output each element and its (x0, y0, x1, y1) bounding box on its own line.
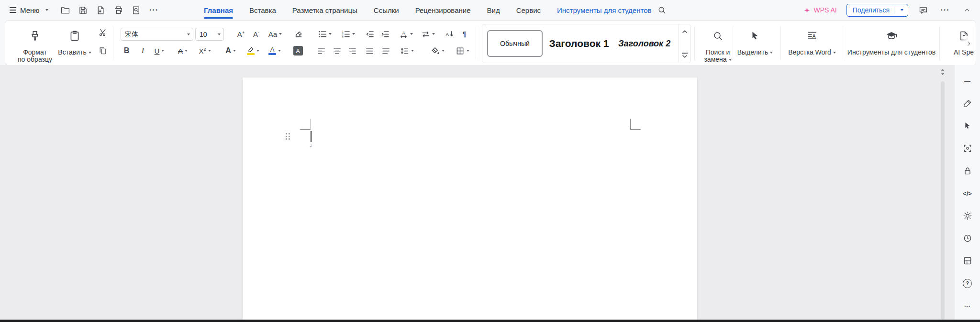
superscript-button[interactable]: X2 (196, 44, 214, 57)
gallery-more-icon (682, 53, 688, 54)
sparkle-icon (803, 7, 811, 14)
svg-text:A: A (402, 30, 405, 35)
tab-page-layout[interactable]: Разметка страницы (291, 0, 358, 20)
group-divider (780, 26, 781, 60)
save-button[interactable] (76, 3, 90, 17)
source-code-button[interactable]: </> (960, 186, 975, 200)
tab-insert[interactable]: Вставка (248, 0, 277, 20)
collapse-ribbon-button[interactable] (960, 3, 974, 17)
navigation-pane-button[interactable] (960, 254, 975, 268)
select-tool-button[interactable] (960, 119, 975, 133)
scrollbar-page-arrows[interactable] (941, 69, 945, 75)
justify-icon (365, 46, 374, 56)
chevron-down-icon (233, 50, 236, 52)
export-button[interactable] (94, 3, 108, 17)
word-layout-button[interactable]: A Верстка Word (783, 25, 841, 56)
change-case-button[interactable]: Aa (266, 28, 284, 40)
tab-tools[interactable]: Сервис (515, 0, 542, 20)
sort-icon: А (445, 30, 454, 39)
screenshot-button[interactable] (960, 141, 975, 155)
vertical-scrollbar-thumb[interactable] (941, 81, 945, 320)
window-more-button[interactable]: ··· (938, 3, 952, 17)
font-size-combo[interactable]: 10 (195, 28, 224, 41)
paragraph-drag-handle[interactable] (286, 133, 290, 140)
chevron-down-icon (215, 28, 223, 40)
clear-formatting-button[interactable] (292, 28, 305, 40)
copy-button[interactable] (96, 44, 109, 57)
text-effects-button[interactable]: A (222, 44, 240, 57)
eraser-icon (294, 29, 303, 39)
character-shading-icon: A (293, 46, 303, 56)
history-button[interactable] (960, 231, 975, 245)
tab-home[interactable]: Главная (203, 0, 234, 20)
document-workspace: ↲ — </> (0, 65, 980, 320)
pilcrow-icon: ¶ (463, 30, 467, 38)
protect-document-button[interactable] (960, 164, 975, 178)
align-left-button[interactable] (315, 44, 328, 57)
ribbon-expand-button[interactable] (962, 36, 976, 51)
collapse-handle-button[interactable]: — (960, 74, 975, 88)
borders-button[interactable] (453, 44, 471, 57)
decrease-indent-button[interactable] (363, 28, 376, 40)
numbering-button[interactable]: 123 (339, 28, 357, 40)
search-button[interactable] (655, 3, 669, 17)
annotate-pen-button[interactable] (960, 96, 975, 111)
settings-button[interactable] (960, 209, 975, 223)
open-file-button[interactable] (58, 3, 73, 17)
style-heading2[interactable]: Заголовок 2 (615, 38, 672, 49)
document-page[interactable]: ↲ (243, 78, 697, 320)
style-heading1[interactable]: Заголовок 1 (543, 37, 615, 50)
student-tools-button[interactable]: Инструменты для студентов (846, 25, 937, 56)
main-menu-button[interactable]: Меню (7, 3, 51, 17)
highlight-color-button[interactable] (244, 44, 262, 57)
triangle-up-icon (941, 69, 945, 71)
help-button[interactable]: ? (960, 276, 975, 290)
sidebar-more-button[interactable]: ··· (960, 299, 975, 313)
gear-icon (963, 211, 972, 221)
sort-button[interactable]: А (443, 28, 456, 40)
character-spacing-button[interactable]: A (397, 28, 415, 40)
align-center-button[interactable] (331, 44, 344, 57)
grow-font-button[interactable]: A+ (234, 28, 247, 40)
character-shading-button[interactable]: A (291, 44, 304, 57)
show-formatting-marks-button[interactable]: ¶ (458, 28, 471, 40)
chevron-down-icon (89, 52, 91, 54)
more-dots-icon: ··· (941, 6, 950, 14)
clipboard-icon (53, 25, 96, 46)
comments-button[interactable] (916, 3, 930, 17)
style-normal[interactable]: Обычный (487, 30, 543, 57)
quick-access-more-button[interactable]: ··· (147, 3, 161, 17)
justify-button[interactable] (363, 44, 376, 57)
group-divider (843, 26, 843, 60)
bullets-button[interactable] (315, 28, 334, 40)
pen-icon (963, 99, 972, 108)
tab-student-tools[interactable]: Инструменты для студентов (556, 0, 652, 20)
print-preview-button[interactable] (129, 3, 144, 17)
font-name-combo[interactable]: 宋体 (121, 28, 193, 41)
align-right-button[interactable] (346, 44, 359, 57)
increase-indent-button[interactable] (379, 28, 391, 40)
strikethrough-button[interactable]: A (174, 44, 192, 57)
print-button[interactable] (111, 3, 126, 17)
tab-view[interactable]: Вид (486, 0, 501, 20)
styles-more-button[interactable] (680, 52, 690, 59)
font-color-button[interactable]: A (266, 44, 284, 57)
line-spacing-button[interactable] (398, 44, 416, 57)
styles-scroll-up-button[interactable] (680, 28, 690, 35)
select-button[interactable]: Выделить (736, 25, 774, 56)
shading-fill-button[interactable] (428, 44, 446, 57)
shrink-font-button[interactable]: A- (250, 28, 263, 40)
italic-button[interactable]: I (136, 44, 149, 57)
tab-references[interactable]: Ссылки (373, 0, 400, 20)
distribute-button[interactable] (379, 44, 392, 57)
wps-ai-button[interactable]: WPS AI (802, 6, 838, 14)
format-painter-button[interactable]: Формат по образцу (13, 25, 57, 63)
tab-review[interactable]: Рецензирование (414, 0, 472, 20)
text-direction-button[interactable] (419, 28, 437, 40)
underline-button[interactable]: U (150, 44, 168, 57)
paste-button[interactable]: Вставить (53, 25, 96, 56)
ribbon: Формат по образцу Вставить 宋体 10 A+ (5, 20, 976, 66)
cut-button[interactable] (96, 26, 109, 39)
share-button[interactable]: Поделиться (846, 4, 908, 17)
bold-button[interactable]: B (120, 44, 133, 57)
